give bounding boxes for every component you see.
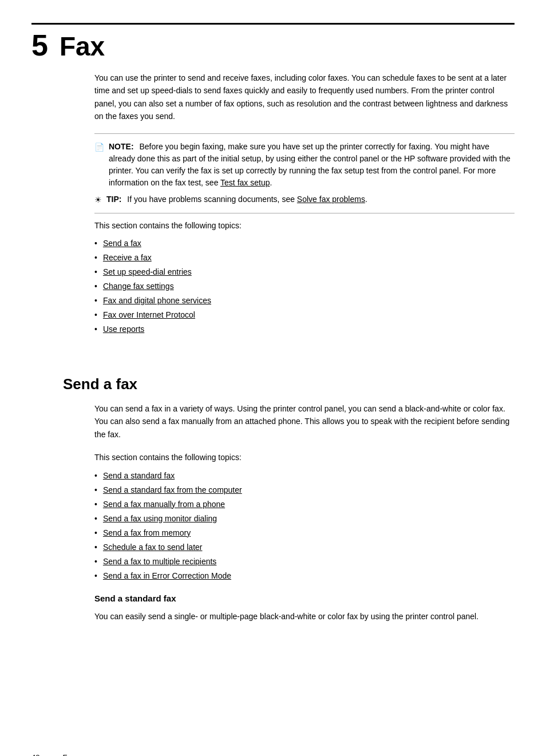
topic-link[interactable]: Set up speed-dial entries [103, 266, 192, 278]
subsection-heading: Send a standard fax [94, 593, 515, 603]
tip-icon: ☀ [94, 194, 102, 206]
note-text: NOTE: Before you begin faxing, make sure… [109, 141, 515, 189]
list-item: • Send a fax manually from a phone [94, 498, 515, 510]
bullet-icon: • [94, 470, 97, 482]
note-row: 📄 NOTE: Before you begin faxing, make su… [94, 141, 515, 189]
list-item: • Send a standard fax [94, 470, 515, 482]
topics-intro: This section contains the following topi… [94, 219, 515, 232]
topic-link[interactable]: Send a fax [103, 238, 141, 250]
list-item: • Send a fax in Error Correction Mode [94, 570, 515, 582]
bullet-icon: • [94, 527, 97, 539]
note-link[interactable]: Test fax setup [220, 178, 270, 187]
tip-text: TIP: If you have problems scanning docum… [106, 193, 367, 205]
bullet-icon: • [94, 570, 97, 582]
bullet-icon: • [94, 309, 97, 321]
topic-link[interactable]: Fax and digital phone services [103, 295, 211, 307]
footer: 48 Fax [31, 753, 515, 756]
list-item: • Use reports [94, 323, 515, 335]
topics-list: • Send a fax • Receive a fax • Set up sp… [94, 238, 515, 335]
topic-link[interactable]: Receive a fax [103, 252, 152, 264]
list-item: • Fax over Internet Protocol [94, 309, 515, 321]
list-item: • Receive a fax [94, 252, 515, 264]
topic-link[interactable]: Schedule a fax to send later [103, 541, 203, 553]
bullet-icon: • [94, 484, 97, 496]
subsection-text: You can easily send a single- or multipl… [94, 610, 515, 623]
tip-body: If you have problems scanning documents,… [127, 195, 297, 204]
topic-link[interactable]: Send a standard fax [103, 470, 175, 482]
list-item: • Set up speed-dial entries [94, 266, 515, 278]
footer-page-number: 48 [31, 753, 39, 756]
send-fax-topics-intro: This section contains the following topi… [94, 451, 515, 464]
note-body: Before you begin faxing, make sure you h… [109, 142, 511, 187]
topic-link[interactable]: Fax over Internet Protocol [103, 309, 195, 321]
send-fax-intro: You can send a fax in a variety of ways.… [94, 402, 515, 441]
send-fax-content: You can send a fax in a variety of ways.… [31, 402, 515, 623]
list-item: • Send a fax from memory [94, 527, 515, 539]
list-item: • Send a fax to multiple recipients [94, 556, 515, 568]
bullet-icon: • [94, 541, 97, 553]
content-area: You can use the printer to send and rece… [0, 60, 546, 358]
topic-link[interactable]: Change fax settings [103, 280, 174, 292]
topic-link[interactable]: Use reports [103, 323, 144, 335]
bullet-icon: • [94, 513, 97, 525]
send-fax-topics-list: • Send a standard fax • Send a standard … [94, 470, 515, 582]
list-item: • Schedule a fax to send later [94, 541, 515, 553]
chapter-header: 5 Fax [0, 25, 546, 60]
tip-label: TIP: [106, 195, 121, 204]
topic-link[interactable]: Send a fax to multiple recipients [103, 556, 216, 568]
topic-link[interactable]: Send a fax in Error Correction Mode [103, 570, 231, 582]
bullet-icon: • [94, 498, 97, 510]
tip-link[interactable]: Solve fax problems [297, 195, 365, 204]
chapter-title: Fax [60, 33, 105, 60]
bullet-icon: • [94, 323, 97, 335]
note-icon: 📄 [94, 141, 104, 153]
bullet-icon: • [94, 556, 97, 568]
chapter-number: 5 [31, 30, 48, 60]
list-item: • Send a standard fax from the computer [94, 484, 515, 496]
bullet-icon: • [94, 252, 97, 264]
note-end: . [270, 178, 272, 187]
bullet-icon: • [94, 295, 97, 307]
list-item: • Send a fax using monitor dialing [94, 513, 515, 525]
bullet-icon: • [94, 280, 97, 292]
list-item: • Change fax settings [94, 280, 515, 292]
intro-paragraph: You can use the printer to send and rece… [94, 72, 515, 123]
send-fax-section: Send a fax You can send a fax in a varie… [0, 375, 546, 623]
page: 5 Fax You can use the printer to send an… [0, 23, 546, 756]
note-box: 📄 NOTE: Before you begin faxing, make su… [94, 133, 515, 213]
topic-link[interactable]: Send a standard fax from the computer [103, 484, 242, 496]
bullet-icon: • [94, 238, 97, 250]
footer-chapter: Fax [62, 753, 75, 756]
list-item: • Fax and digital phone services [94, 295, 515, 307]
bullet-icon: • [94, 266, 97, 278]
topic-link[interactable]: Send a fax manually from a phone [103, 498, 225, 510]
topic-link[interactable]: Send a fax from memory [103, 527, 191, 539]
note-label: NOTE: [109, 142, 134, 151]
tip-row: ☀ TIP: If you have problems scanning doc… [94, 193, 515, 206]
list-item: • Send a fax [94, 238, 515, 250]
send-fax-heading: Send a fax [31, 375, 515, 393]
topic-link[interactable]: Send a fax using monitor dialing [103, 513, 217, 525]
tip-end: . [365, 195, 367, 204]
